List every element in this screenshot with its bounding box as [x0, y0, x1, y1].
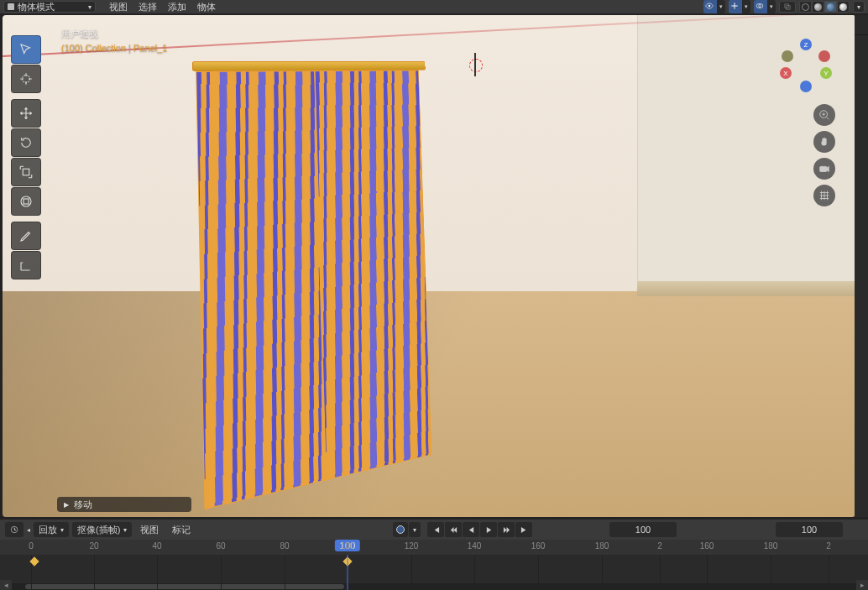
visibility-toggle[interactable]: ▾	[703, 0, 725, 13]
shading-options[interactable]: ▾	[853, 1, 865, 13]
tool-cursor[interactable]	[11, 65, 41, 93]
ruler-tick: 160	[700, 541, 714, 551]
zoom-icon[interactable]	[813, 104, 835, 126]
mode-label: 物体模式	[18, 1, 55, 13]
ruler-tick: 80	[280, 541, 289, 551]
timeline-menu-marker[interactable]: 标记	[167, 524, 196, 536]
svg-rect-8	[24, 199, 29, 204]
shade-material[interactable]	[824, 1, 837, 13]
timeline-scrollbar[interactable]	[0, 583, 868, 590]
shade-solid[interactable]	[812, 1, 824, 13]
viewport-overlay-text: 用户透视 (100) Collection | Panel_1	[61, 27, 167, 55]
editor-type-icon[interactable]	[5, 522, 24, 537]
tool-measure[interactable]	[11, 251, 41, 279]
timeline-header: ◂ 回放▾ 抠像(插帧)▾ 视图 标记 ▾ 100 100	[0, 520, 868, 540]
object-mode-icon	[8, 3, 14, 10]
next-key-button[interactable]	[498, 522, 515, 537]
ruler-tick: 60	[216, 541, 225, 551]
prev-key-button[interactable]	[445, 522, 462, 537]
timeline-track[interactable]	[0, 555, 868, 590]
camera-icon[interactable]	[813, 158, 835, 180]
shading-modes	[799, 1, 850, 13]
tool-scale[interactable]	[11, 158, 41, 186]
axis-y-icon[interactable]: Y	[820, 67, 832, 79]
operator-panel[interactable]: ▶ 移动	[57, 497, 191, 512]
menu-add[interactable]: 添加	[163, 1, 191, 13]
play-reverse-button[interactable]	[463, 522, 479, 537]
tool-rotate[interactable]	[11, 128, 41, 157]
auto-key-toggle[interactable]	[393, 522, 408, 537]
transport-controls: ▾	[393, 522, 532, 537]
ruler-tick: 20	[89, 541, 98, 551]
overlay-toggle[interactable]: ▾	[754, 0, 776, 13]
jump-end-button[interactable]	[515, 522, 532, 537]
jump-start-button[interactable]	[427, 522, 444, 537]
pan-icon[interactable]	[813, 131, 835, 153]
playback-menu[interactable]: 回放▾	[34, 522, 69, 537]
perspective-label: 用户透视	[61, 27, 167, 41]
ruler-tick: 180	[595, 541, 609, 551]
disclosure-icon: ▶	[64, 501, 69, 509]
ruler-tick: 0	[29, 541, 34, 551]
svg-point-0	[709, 5, 711, 8]
3d-cursor-icon	[463, 53, 487, 76]
axis-neg-z-icon[interactable]	[800, 81, 812, 92]
perspective-icon[interactable]	[813, 185, 835, 206]
header-menus: 视图 选择 添加 物体	[104, 1, 221, 13]
tool-transform[interactable]	[11, 187, 41, 216]
menu-object[interactable]: 物体	[192, 1, 221, 13]
toolbar	[11, 35, 41, 280]
svg-rect-10	[820, 166, 827, 171]
tool-select-box[interactable]	[11, 35, 41, 64]
tool-annotate[interactable]	[11, 222, 41, 250]
rtab-1[interactable]	[855, 15, 868, 35]
current-frame-field[interactable]: 100	[609, 522, 677, 537]
gizmo-toggle[interactable]: ▾	[729, 0, 750, 13]
ruler-tick: 120	[405, 541, 419, 551]
selected-object-panel[interactable]	[196, 61, 431, 509]
keying-menu[interactable]: 抠像(插帧)▾	[72, 522, 132, 537]
right-tab-strip	[855, 15, 868, 517]
shade-rendered[interactable]	[837, 1, 850, 13]
chevron-left-icon[interactable]: ◂	[27, 526, 30, 534]
scrollbar-thumb[interactable]	[25, 584, 344, 589]
axis-neg-y-icon[interactable]	[782, 50, 793, 62]
panel-left-half	[196, 70, 325, 509]
xray-toggle[interactable]	[779, 1, 796, 13]
ruler-tick: 160	[531, 541, 546, 551]
axis-neg-x-icon[interactable]	[818, 50, 830, 62]
ruler-tick: 100	[341, 541, 355, 551]
ruler-tick: 180	[764, 541, 778, 551]
axis-z-icon[interactable]: Z	[800, 39, 812, 50]
timeline-ruler[interactable]: 100 02040608010012014016018021601802	[0, 540, 868, 555]
svg-point-7	[21, 196, 31, 206]
axis-x-icon[interactable]: X	[780, 67, 792, 79]
mode-select[interactable]: 物体模式 ▾	[3, 1, 96, 13]
end-frame-field[interactable]: 100	[776, 522, 843, 537]
operator-label: 移动	[74, 499, 92, 511]
svg-rect-6	[23, 169, 29, 175]
shade-wireframe[interactable]	[799, 1, 812, 13]
chevron-down-icon: ▾	[88, 3, 92, 11]
header-right: ▾ ▾ ▾ ▾	[703, 0, 865, 13]
viewport-nav-buttons	[813, 104, 835, 206]
auto-key-options[interactable]: ▾	[409, 522, 421, 537]
scroll-right-icon[interactable]: ▸	[856, 580, 868, 590]
ruler-tick: 2	[826, 541, 831, 551]
menu-select[interactable]: 选择	[133, 1, 162, 13]
timeline-editor: ◂ 回放▾ 抠像(插帧)▾ 视图 标记 ▾ 100 100 100 020406…	[0, 520, 868, 590]
ruler-tick: 140	[468, 541, 482, 551]
orientation-gizmo[interactable]: Z X Y	[776, 34, 835, 92]
scroll-left-icon[interactable]: ◂	[0, 580, 12, 590]
viewport-header: 物体模式 ▾ 视图 选择 添加 物体 ▾ ▾ ▾ ▾	[0, 0, 868, 13]
3d-viewport[interactable]: 用户透视 (100) Collection | Panel_1 Z X Y ▶ …	[3, 15, 855, 517]
ruler-tick: 40	[152, 541, 161, 551]
play-button[interactable]	[480, 522, 497, 537]
ruler-tick: 2	[657, 541, 662, 551]
collection-path-label: (100) Collection | Panel_1	[61, 41, 167, 55]
timeline-menu-view[interactable]: 视图	[135, 524, 164, 536]
menu-view[interactable]: 视图	[104, 1, 133, 13]
tool-move[interactable]	[11, 99, 41, 128]
panel-right-half	[314, 70, 431, 481]
